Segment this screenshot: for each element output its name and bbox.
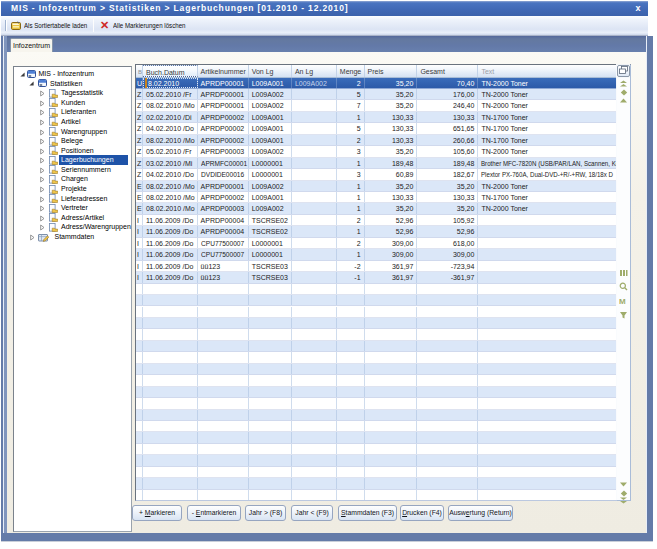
svg-text:M: M xyxy=(619,297,626,305)
